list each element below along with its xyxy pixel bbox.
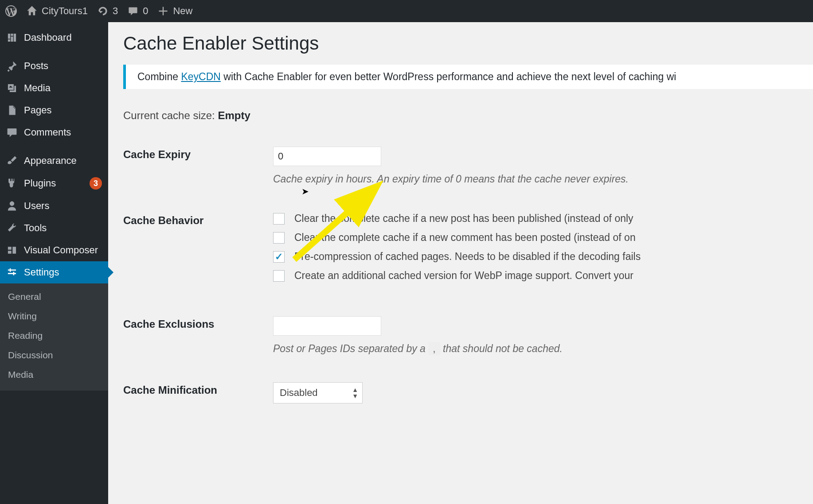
menu-users[interactable]: Users (0, 195, 108, 217)
behavior-option-3[interactable]: Pre-compression of cached pages. Needs t… (273, 251, 813, 263)
updates-link[interactable]: 3 (98, 5, 118, 17)
comments-count: 0 (143, 5, 148, 17)
cache-minification-label: Cache Minification (123, 376, 273, 425)
menu-label: Settings (24, 267, 102, 278)
cache-size-line: Current cache size: Empty (123, 109, 813, 122)
cache-exclusions-input[interactable] (273, 316, 381, 336)
checkbox-checked[interactable] (273, 251, 285, 263)
menu-label: Plugins (24, 178, 83, 189)
cache-behavior-label: Cache Behavior (123, 206, 273, 310)
site-name-label: CityTours1 (42, 5, 88, 17)
menu-label: Appearance (24, 155, 102, 167)
submenu-reading[interactable]: Reading (0, 326, 108, 345)
plus-icon (158, 6, 168, 16)
menu-label: Visual Composer (24, 244, 102, 256)
cache-size-label: Current cache size: (123, 109, 218, 121)
submenu-general[interactable]: General (0, 287, 108, 306)
menu-label: Posts (24, 60, 102, 72)
menu-label: Media (24, 82, 102, 94)
option-text: Clear the complete cache if a new commen… (294, 232, 636, 244)
plug-icon (6, 178, 18, 189)
plugins-update-badge: 3 (90, 177, 102, 190)
menu-plugins[interactable]: Plugins 3 (0, 172, 108, 195)
cache-expiry-label: Cache Expiry (123, 140, 273, 206)
checkbox-unchecked[interactable] (273, 270, 285, 282)
cache-expiry-input[interactable] (273, 147, 381, 166)
notice-text-pre: Combine (137, 71, 181, 82)
settings-form: Cache Expiry Cache expiry in hours. An e… (123, 140, 813, 425)
menu-comments[interactable]: Comments (0, 121, 108, 143)
menu-dashboard[interactable]: Dashboard (0, 27, 108, 49)
submenu-discussion[interactable]: Discussion (0, 345, 108, 365)
menu-label: Comments (24, 127, 102, 138)
menu-tools[interactable]: Tools (0, 217, 108, 239)
refresh-icon (98, 6, 108, 16)
pages-icon (6, 105, 18, 116)
menu-visual-composer[interactable]: Visual Composer (0, 239, 108, 261)
checkbox-unchecked[interactable] (273, 232, 285, 244)
cache-exclusions-desc: Post or Pages IDs separated by a , that … (273, 343, 813, 355)
user-icon (6, 200, 18, 212)
settings-submenu: General Writing Reading Discussion Media (0, 283, 108, 391)
cache-expiry-desc: Cache expiry in hours. An expiry time of… (273, 173, 813, 185)
menu-appearance[interactable]: Appearance (0, 150, 108, 172)
menu-settings[interactable]: Settings (0, 261, 108, 283)
submenu-writing[interactable]: Writing (0, 306, 108, 326)
cache-exclusions-label: Cache Exclusions (123, 310, 273, 376)
new-label: New (173, 5, 192, 17)
keycdn-link[interactable]: KeyCDN (181, 71, 220, 82)
pin-icon (6, 60, 18, 72)
media-icon (6, 82, 18, 94)
menu-posts[interactable]: Posts (0, 55, 108, 77)
cache-size-value: Empty (218, 109, 250, 121)
minification-select[interactable]: Disabled ▲▼ (273, 382, 363, 403)
behavior-option-4[interactable]: Create an additional cached version for … (273, 270, 813, 282)
checkbox-unchecked[interactable] (273, 213, 285, 225)
dashboard-icon (6, 32, 18, 43)
comment-icon (6, 127, 18, 138)
wrench-icon (6, 222, 18, 234)
menu-label: Users (24, 200, 102, 212)
page-title: Cache Enabler Settings (123, 33, 813, 54)
submenu-media[interactable]: Media (0, 365, 108, 384)
site-name-link[interactable]: CityTours1 (27, 5, 88, 17)
wp-logo[interactable] (5, 5, 17, 17)
sliders-icon (6, 267, 18, 278)
updates-count: 3 (113, 5, 118, 17)
wordpress-icon (5, 5, 17, 17)
option-text: Clear the complete cache if a new post h… (294, 213, 633, 225)
comments-link[interactable]: 0 (128, 5, 148, 17)
notice-text-post: with Cache Enabler for even better WordP… (221, 71, 676, 82)
menu-label: Dashboard (24, 32, 102, 43)
brush-icon (6, 155, 18, 167)
menu-media[interactable]: Media (0, 77, 108, 99)
option-text: Create an additional cached version for … (294, 270, 633, 282)
menu-label: Pages (24, 105, 102, 116)
composer-icon (6, 244, 18, 256)
home-icon (27, 6, 37, 16)
new-content-link[interactable]: New (158, 5, 192, 17)
menu-label: Tools (24, 222, 102, 234)
behavior-option-2[interactable]: Clear the complete cache if a new commen… (273, 232, 813, 244)
admin-sidebar: Dashboard Posts Media Pages Comments (0, 22, 108, 504)
admin-toolbar: CityTours1 3 0 New (0, 0, 813, 22)
minification-value: Disabled (273, 382, 363, 403)
menu-pages[interactable]: Pages (0, 99, 108, 121)
separator-chip: , (428, 342, 440, 355)
chevron-updown-icon: ▲▼ (352, 387, 358, 399)
option-text: Pre-compression of cached pages. Needs t… (294, 251, 641, 263)
info-notice: Combine KeyCDN with Cache Enabler for ev… (123, 65, 813, 89)
comment-icon (128, 6, 138, 16)
content-area: Cache Enabler Settings Combine KeyCDN wi… (108, 22, 813, 504)
behavior-option-1[interactable]: Clear the complete cache if a new post h… (273, 213, 813, 225)
